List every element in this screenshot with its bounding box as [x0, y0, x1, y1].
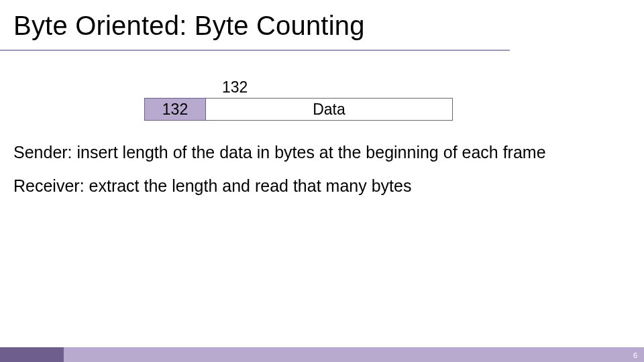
- frame-diagram: 132 Data: [144, 98, 453, 121]
- data-field: Data: [206, 99, 452, 120]
- footer-bar: 6: [0, 347, 644, 362]
- frame-row: 132 Data: [144, 98, 453, 121]
- slide: Byte Oriented: Byte Counting 132 132 Dat…: [0, 0, 644, 362]
- receiver-text: Receiver: extract the length and read th…: [13, 175, 411, 198]
- sender-text: Sender: insert length of the data in byt…: [13, 141, 546, 164]
- page-title: Byte Oriented: Byte Counting: [13, 11, 365, 41]
- footer-accent: [0, 347, 64, 362]
- title-underline: [0, 50, 510, 51]
- size-annotation: 132: [222, 78, 248, 97]
- length-field: 132: [145, 99, 206, 120]
- page-number: 6: [633, 351, 637, 359]
